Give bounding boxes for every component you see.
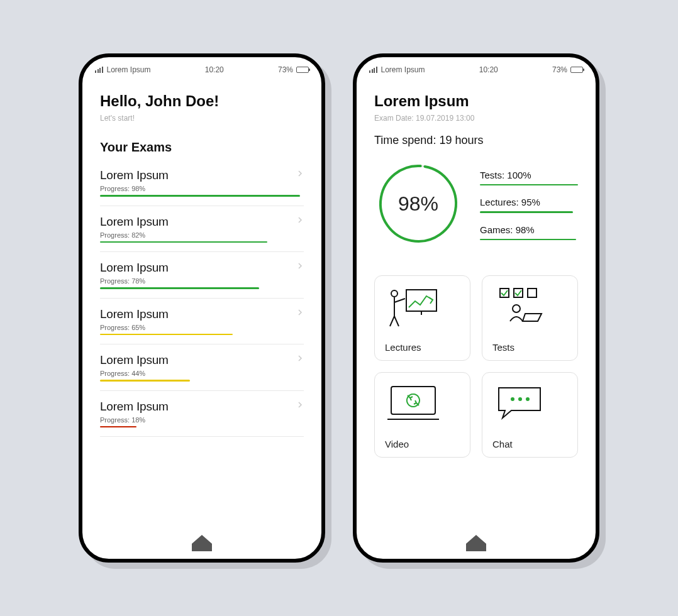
exam-name: Lorem Ipsum	[100, 307, 304, 321]
exam-progress-bar	[100, 241, 267, 243]
exam-progress-bar	[100, 380, 190, 382]
section-title: Your Exams	[100, 140, 304, 155]
exam-progress-bar	[100, 287, 259, 289]
exam-name: Lorem Ipsum	[100, 215, 304, 229]
exam-name: Lorem Ipsum	[100, 261, 304, 275]
exam-progress-label: Progress: 78%	[100, 277, 304, 285]
stat-underline	[480, 239, 576, 241]
signal-icon	[95, 67, 103, 73]
chevron-right-icon	[296, 353, 304, 361]
battery-icon	[570, 67, 583, 73]
battery-label: 73%	[552, 65, 567, 74]
card-label: Lectures	[385, 342, 460, 353]
exam-progress-bar	[100, 426, 136, 428]
status-time: 10:20	[205, 65, 224, 74]
card-lectures[interactable]: Lectures	[374, 275, 470, 361]
tests-icon	[492, 285, 567, 329]
svg-rect-8	[391, 387, 435, 414]
exam-row[interactable]: Lorem IpsumProgress: 98%	[100, 162, 304, 206]
exam-name: Lorem Ipsum	[100, 400, 304, 414]
exam-progress-label: Progress: 98%	[100, 185, 304, 192]
card-label: Tests	[492, 342, 567, 353]
stat-underline	[480, 184, 578, 186]
home-button[interactable]	[465, 532, 487, 551]
chevron-right-icon	[296, 168, 304, 176]
stat-label: Tests: 100%	[480, 170, 578, 180]
status-time: 10:20	[479, 65, 498, 74]
svg-point-2	[391, 290, 397, 297]
signal-icon	[369, 67, 377, 73]
exam-list: Lorem IpsumProgress: 98%Lorem IpsumProgr…	[100, 162, 304, 437]
page-subtitle: Exam Date: 19.07.2019 13:00	[374, 114, 578, 123]
time-spend-label: Time spend: 19 hours	[374, 134, 578, 147]
carrier-label: Lorem Ipsum	[107, 65, 151, 74]
chevron-right-icon	[296, 400, 304, 407]
card-label: Chat	[492, 439, 567, 449]
svg-point-11	[526, 397, 530, 401]
video-icon	[385, 382, 460, 426]
svg-point-9	[511, 397, 514, 401]
exam-row[interactable]: Lorem IpsumProgress: 82%	[100, 209, 304, 253]
svg-point-7	[513, 305, 520, 312]
chat-icon	[492, 382, 567, 426]
exam-row[interactable]: Lorem IpsumProgress: 44%	[100, 347, 304, 391]
stat-label: Games: 98%	[480, 224, 578, 235]
exam-progress-bar	[100, 195, 300, 197]
carrier-label: Lorem Ipsum	[381, 65, 425, 74]
exam-row[interactable]: Lorem IpsumProgress: 65%	[100, 301, 304, 345]
stat-line: Games: 98%	[480, 224, 578, 241]
progress-ring-label: 98%	[374, 160, 462, 248]
stat-label: Lectures: 95%	[480, 197, 578, 207]
exam-name: Lorem Ipsum	[100, 353, 304, 367]
card-label: Video	[385, 439, 460, 449]
stat-underline	[480, 211, 573, 213]
chevron-right-icon	[296, 307, 304, 315]
chevron-right-icon	[296, 215, 304, 223]
exam-progress-label: Progress: 82%	[100, 231, 304, 239]
card-video[interactable]: Video	[374, 372, 470, 458]
exam-progress-bar	[100, 334, 233, 336]
page-subtitle: Let's start!	[100, 114, 304, 123]
chevron-right-icon	[296, 261, 304, 268]
status-bar: Lorem Ipsum 10:20 73%	[357, 57, 596, 82]
exam-progress-label: Progress: 18%	[100, 416, 304, 424]
lectures-icon	[385, 285, 460, 329]
battery-label: 73%	[278, 65, 293, 74]
card-grid: LecturesTestsVideoChat	[374, 275, 578, 458]
exam-row[interactable]: Lorem IpsumProgress: 78%	[100, 255, 304, 299]
exam-progress-label: Progress: 44%	[100, 370, 304, 377]
home-button[interactable]	[191, 532, 213, 551]
page-title: Lorem Ipsum	[374, 92, 578, 110]
svg-rect-6	[528, 289, 536, 297]
stat-lines: Tests: 100%Lectures: 95%Games: 98%	[480, 167, 578, 241]
stat-line: Tests: 100%	[480, 170, 578, 186]
battery-icon	[296, 67, 309, 73]
exam-row[interactable]: Lorem IpsumProgress: 18%	[100, 393, 304, 437]
progress-ring: 98%	[374, 160, 462, 248]
card-chat[interactable]: Chat	[482, 372, 578, 458]
stat-line: Lectures: 95%	[480, 197, 578, 213]
svg-point-10	[518, 397, 522, 401]
exam-progress-label: Progress: 65%	[100, 324, 304, 331]
page-title: Hello, John Doe!	[100, 92, 304, 110]
card-tests[interactable]: Tests	[482, 275, 578, 361]
status-bar: Lorem Ipsum 10:20 73%	[82, 57, 321, 82]
phone-mockup-detail: Lorem Ipsum 10:20 73% Lorem Ipsum Exam D…	[353, 53, 599, 563]
stats-area: 98% Tests: 100%Lectures: 95%Games: 98%	[374, 160, 578, 248]
exam-name: Lorem Ipsum	[100, 168, 304, 182]
phone-mockup-exams: Lorem Ipsum 10:20 73% Hello, John Doe! L…	[79, 53, 325, 563]
